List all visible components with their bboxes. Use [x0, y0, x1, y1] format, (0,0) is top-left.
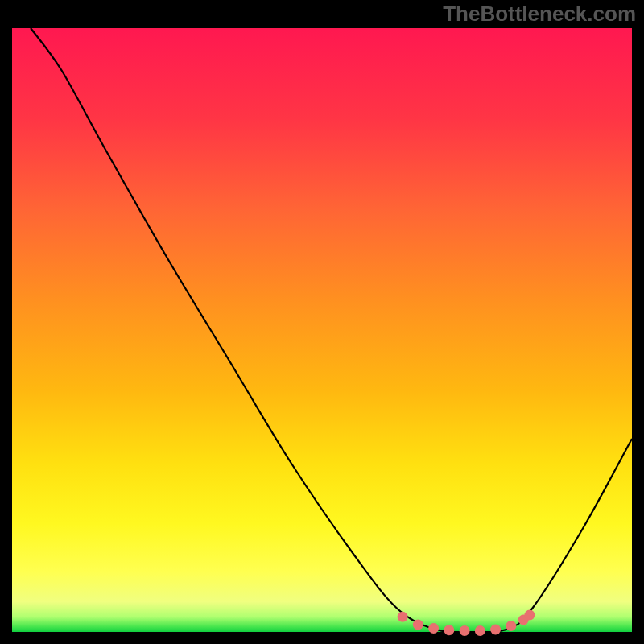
marker-dot	[460, 625, 470, 636]
watermark-text: TheBottleneck.com	[443, 2, 636, 27]
marker-dot	[490, 625, 501, 635]
marker-dot	[475, 625, 485, 636]
bottleneck-chart	[0, 0, 644, 644]
marker-dot	[444, 625, 454, 635]
marker-dot	[398, 612, 408, 622]
marker-dot	[413, 620, 423, 630]
marker-dot	[524, 610, 535, 621]
marker-dot	[428, 623, 439, 634]
marker-dot	[506, 621, 516, 631]
chart-plot-area	[12, 28, 632, 632]
